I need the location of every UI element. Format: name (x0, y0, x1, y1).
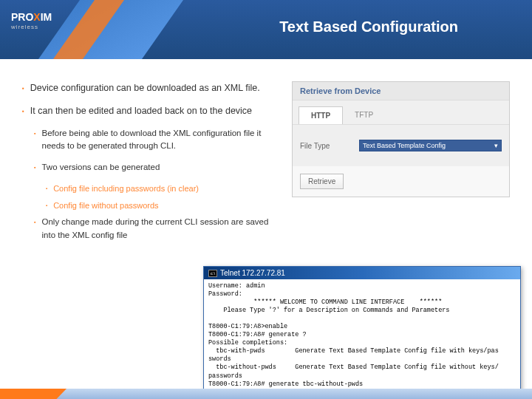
chevron-down-icon: ▾ (494, 142, 498, 149)
panel-header: Retrieve from Device (293, 82, 509, 100)
tab-strip: HTTP TFTP (293, 100, 509, 125)
panel-footer: Retrieve (293, 166, 509, 197)
bullet-text: It can then be edited and loaded back on… (30, 104, 252, 118)
terminal-icon: c:\ (208, 270, 217, 277)
page-title: Text Based Configuration (279, 18, 458, 35)
terminal-body: Username: admin Password: ****** WELCOME… (204, 279, 520, 399)
bullet-item: Before being able to download the XML co… (34, 127, 277, 153)
file-type-select[interactable]: Text Based Template Config ▾ (359, 140, 502, 151)
file-type-row: File Type Text Based Template Config ▾ (300, 140, 502, 151)
bullet-item: Config file including passwords (in clea… (46, 183, 277, 195)
retrieve-button[interactable]: Retrieve (300, 174, 344, 189)
logo-subtext: wireless (11, 24, 52, 30)
tab-tftp[interactable]: TFTP (343, 106, 385, 124)
bullet-item: Two versions can be generated (34, 161, 277, 174)
terminal-titlebar: c:\ Telnet 172.27.72.81 (204, 267, 520, 279)
bullet-text: Device configuration can be downloaded a… (30, 81, 260, 95)
terminal-title: Telnet 172.27.72.81 (220, 269, 285, 277)
bullet-text: Config file without passwords (53, 200, 158, 212)
bullet-item: Config file without passwords (46, 200, 277, 212)
terminal-window: c:\ Telnet 172.27.72.81 Username: admin … (203, 266, 521, 399)
bullet-list: Device configuration can be downloaded a… (22, 81, 277, 250)
bullet-item: Device configuration can be downloaded a… (22, 81, 277, 95)
tab-http[interactable]: HTTP (299, 106, 343, 124)
select-value: Text Based Template Config (363, 142, 446, 149)
logo-post: IM (41, 11, 52, 23)
file-type-label: File Type (300, 142, 359, 150)
panel-body: File Type Text Based Template Config ▾ (293, 125, 509, 166)
bullet-text: Before being able to download the XML co… (41, 127, 277, 153)
screenshot-panel: Retrieve from Device HTTP TFTP File Type… (292, 81, 510, 250)
bullet-text: Only change made during the current CLI … (41, 216, 277, 242)
logo-x: X (33, 11, 40, 23)
bullet-text: Config file including passwords (in clea… (53, 183, 199, 195)
retrieve-panel: Retrieve from Device HTTP TFTP File Type… (292, 81, 510, 197)
content-area: Device configuration can be downloaded a… (0, 59, 532, 258)
bullet-item: Only change made during the current CLI … (34, 216, 277, 242)
footer-stripe (0, 389, 532, 399)
bullet-item: It can then be edited and loaded back on… (22, 104, 277, 118)
logo-pre: PRO (11, 11, 33, 23)
logo: PROXIM wireless (11, 11, 52, 30)
bullet-text: Two versions can be generated (41, 161, 160, 174)
slide-header: PROXIM wireless Text Based Configuration (0, 0, 532, 59)
